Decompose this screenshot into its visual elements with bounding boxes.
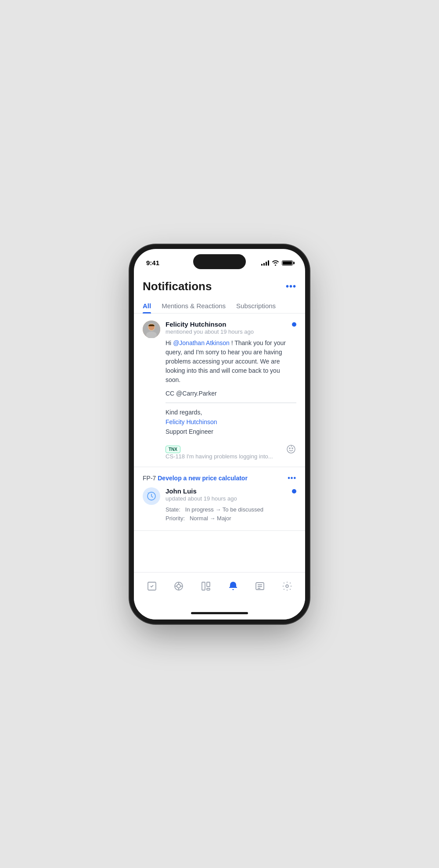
dynamic-island	[193, 254, 246, 269]
home-indicator	[134, 607, 305, 619]
notification-body: Felicity Hutchinson mentioned you about …	[166, 321, 296, 460]
cc-line: CC @Carry.Parker	[166, 389, 296, 398]
tabs-bar: All Mentions & Reactions Subscriptions	[134, 299, 305, 313]
tab-all[interactable]: All	[143, 299, 151, 313]
notification-time: mentioned you about 19 hours ago	[166, 328, 296, 335]
notification-section-2: FP-7 Develop a new price calculator •••	[134, 467, 305, 531]
bottom-nav	[134, 572, 305, 607]
notification-message: Hi @Jonathan Atkinson ! Thank you for yo…	[166, 339, 296, 385]
svg-point-6	[292, 448, 293, 449]
section-header: FP-7 Develop a new price calculator •••	[143, 474, 296, 482]
section-more-button[interactable]: •••	[288, 474, 296, 482]
nav-notifications[interactable]	[223, 577, 243, 595]
notification-row-2: John Luis updated about 19 hours ago Sta…	[143, 487, 296, 524]
notification-row: Felicity Hutchinson mentioned you about …	[143, 321, 296, 460]
nav-board[interactable]	[196, 577, 216, 595]
status-icons	[261, 260, 293, 266]
svg-rect-16	[207, 582, 210, 587]
nav-list[interactable]	[250, 577, 270, 595]
nav-tasks[interactable]	[142, 577, 162, 595]
emoji-button[interactable]	[286, 444, 296, 457]
signal-icon	[261, 260, 269, 266]
clock-icon	[146, 491, 157, 501]
svg-point-5	[289, 448, 290, 449]
bell-icon	[228, 581, 238, 591]
svg-point-22	[286, 585, 288, 587]
notification-author: Felicity Hutchinson	[166, 321, 296, 328]
svg-rect-17	[207, 588, 210, 590]
app-content: Notifications ••• All Mentions & Reactio…	[134, 271, 305, 572]
svg-point-10	[177, 584, 180, 588]
settings-icon	[282, 581, 292, 591]
avatar-icon	[143, 487, 160, 505]
page-title: Notifications	[143, 280, 212, 293]
wifi-icon	[272, 260, 279, 266]
divider	[166, 403, 296, 403]
list-icon	[255, 581, 265, 591]
signer-title: Support Engineer	[166, 428, 213, 435]
unread-indicator	[292, 322, 296, 327]
tab-mentions[interactable]: Mentions & Reactions	[162, 299, 226, 313]
support-icon	[173, 581, 184, 591]
nav-settings[interactable]	[277, 577, 297, 595]
more-options-button[interactable]: •••	[286, 281, 296, 292]
home-bar	[191, 612, 248, 614]
attachment-preview: CS-118 I'm having problems logging into.…	[166, 453, 273, 460]
svg-rect-15	[202, 582, 205, 590]
section-ticket-id: FP-7 Develop a new price calculator	[143, 475, 248, 482]
tab-subscriptions[interactable]: Subscriptions	[236, 299, 276, 313]
signature-block: Kind regards, Felicity Hutchinson Suppor…	[166, 407, 296, 437]
status-time: 9:41	[146, 259, 159, 267]
attachment-row: TNX CS-118 I'm having problems logging i…	[166, 441, 296, 460]
svg-point-4	[287, 445, 295, 453]
unread-indicator-2	[292, 489, 296, 493]
nav-support[interactable]	[169, 577, 188, 595]
attachment-badge: TNX	[166, 446, 180, 453]
signature-name: Felicity Hutchinson	[166, 418, 217, 425]
avatar	[143, 321, 160, 338]
avatar-image	[143, 321, 160, 338]
notification-body-2: John Luis updated about 19 hours ago Sta…	[166, 487, 296, 524]
battery-icon	[282, 260, 293, 266]
board-icon	[201, 581, 211, 591]
state-change: State: In progress → To be discussed Pri…	[166, 505, 296, 524]
tasks-icon	[147, 581, 157, 591]
ticket-link[interactable]: Develop a new price calculator	[158, 475, 248, 482]
page-header: Notifications •••	[134, 271, 305, 299]
notification-author-2: John Luis	[166, 487, 296, 495]
mention-link[interactable]: @Jonathan Atkinson	[173, 339, 230, 346]
notification-item-1: Felicity Hutchinson mentioned you about …	[134, 313, 305, 467]
phone-frame: 9:41 Notifications ••• All Mentions	[134, 249, 305, 619]
notification-time-2: updated about 19 hours ago	[166, 495, 296, 502]
